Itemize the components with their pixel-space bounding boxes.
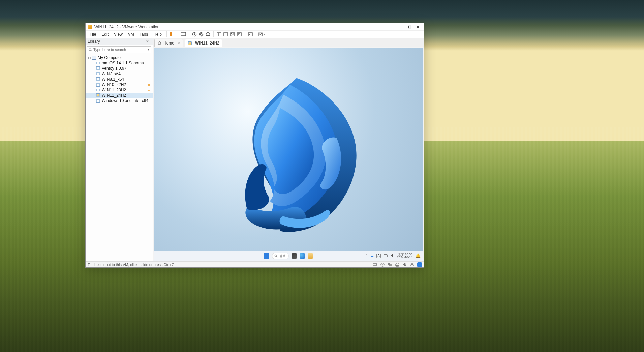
search-dropdown-button[interactable]: ▾ — [146, 48, 151, 51]
home-icon — [157, 41, 161, 45]
search-icon — [87, 48, 93, 52]
guest-taskview-icon[interactable] — [292, 253, 297, 259]
tree-root-my-computer[interactable]: ⊟ My Computer — [86, 55, 153, 60]
chevron-down-icon: ▾ — [264, 33, 265, 36]
tab-close-icon[interactable]: ✕ — [178, 41, 180, 45]
guest-edge-icon[interactable] — [300, 253, 305, 259]
svg-rect-10 — [237, 33, 241, 36]
tab-strip: Home ✕ WIN11_24H2 — [153, 38, 424, 47]
titlebar[interactable]: WIN11_24H2 - VMware Workstation — [86, 23, 424, 31]
svg-point-19 — [382, 264, 383, 265]
svg-point-14 — [275, 255, 277, 257]
snapshot-revert-button[interactable] — [198, 31, 205, 38]
guest-vm-display[interactable]: 검색 ⌃ ☁ A — [154, 48, 423, 261]
show-library-button[interactable] — [216, 31, 222, 38]
content-area: Home ✕ WIN11_24H2 — [153, 38, 424, 261]
library-item[interactable]: WIN7_x64 — [86, 71, 153, 77]
status-cd-icon[interactable] — [380, 263, 385, 267]
unity-button[interactable] — [236, 31, 243, 38]
menu-file[interactable]: File — [87, 31, 99, 37]
library-item[interactable]: WIN11_24H2 — [86, 93, 153, 98]
window-title: WIN11_24H2 - VMware Workstation — [94, 25, 159, 29]
library-panel: Library ✕ ▾ ⊟ My Computer macOS 14.1.1 S… — [86, 38, 153, 261]
status-printer-icon[interactable] — [395, 263, 400, 267]
snapshot-take-button[interactable] — [191, 31, 198, 38]
vm-icon — [96, 83, 100, 87]
svg-point-6 — [208, 35, 209, 36]
guest-start-button[interactable] — [264, 253, 269, 259]
tab-active-vm[interactable]: WIN11_24H2 — [185, 39, 222, 47]
menu-tabs[interactable]: Tabs — [137, 31, 151, 37]
snapshot-manager-button[interactable] — [205, 31, 211, 38]
guest-tray-volume-icon[interactable] — [390, 254, 394, 258]
guest-clock-date: 2024-10-14 — [397, 256, 412, 259]
expand-toggle-icon[interactable]: ⊟ — [87, 56, 92, 60]
statusbar-device-icons — [373, 262, 422, 267]
vm-running-icon — [96, 93, 100, 97]
favorite-star-icon: ★ — [147, 83, 151, 87]
pause-vm-button[interactable]: ▾ — [169, 31, 176, 38]
library-search-input[interactable] — [93, 47, 146, 53]
library-title: Library — [88, 39, 100, 44]
library-tree: ⊟ My Computer macOS 14.1.1 SonomaVentoy … — [86, 54, 153, 261]
tab-home[interactable]: Home ✕ — [154, 39, 183, 47]
menu-edit[interactable]: Edit — [99, 31, 111, 37]
vm-running-icon — [188, 41, 192, 45]
svg-rect-11 — [248, 33, 252, 36]
svg-rect-9 — [231, 33, 235, 36]
library-item[interactable]: macOS 14.1.1 Sonoma — [86, 60, 153, 66]
send-ctrl-alt-del-button[interactable] — [180, 31, 187, 38]
minimize-button[interactable] — [398, 24, 406, 30]
library-close-button[interactable]: ✕ — [144, 39, 151, 44]
status-sound-icon[interactable] — [402, 263, 407, 267]
status-network-icon[interactable] — [388, 263, 392, 267]
fullscreen-button[interactable] — [229, 31, 236, 38]
svg-rect-0 — [409, 26, 411, 28]
stretch-guest-button[interactable]: ▾ — [258, 31, 265, 38]
library-item-label: Ventoy 1.0.97 — [102, 66, 126, 71]
maximize-button[interactable] — [406, 24, 414, 30]
svg-point-5 — [206, 35, 207, 36]
guest-explorer-icon[interactable] — [308, 253, 313, 259]
status-usb-icon[interactable] — [410, 263, 415, 267]
guest-clock[interactable]: 오후 10:30 2024-10-14 — [397, 253, 412, 259]
library-item[interactable]: WIN11_23H2★ — [86, 87, 153, 93]
console-view-button[interactable] — [247, 31, 254, 38]
close-button[interactable] — [414, 24, 422, 30]
computer-icon — [92, 56, 96, 60]
guest-tray-chevron-icon[interactable]: ⌃ — [365, 254, 368, 258]
menu-help[interactable]: Help — [151, 31, 164, 37]
guest-notifications-icon[interactable]: 🔔 — [415, 253, 421, 258]
svg-rect-20 — [388, 263, 390, 265]
library-item[interactable]: WIN8.1_x64 — [86, 77, 153, 82]
status-messages-icon[interactable] — [417, 262, 422, 267]
pause-icon — [170, 32, 172, 36]
svg-rect-1 — [181, 32, 186, 36]
status-harddisk-icon[interactable] — [373, 263, 377, 267]
library-item[interactable]: Ventoy 1.0.97 — [86, 66, 153, 71]
library-item[interactable]: WIN10_22H2★ — [86, 82, 153, 87]
svg-rect-8 — [224, 33, 228, 36]
guest-tray-network-icon[interactable] — [384, 254, 388, 258]
svg-rect-21 — [390, 265, 392, 266]
library-search[interactable]: ▾ — [87, 46, 151, 53]
guest-taskbar[interactable]: 검색 ⌃ ☁ A — [154, 251, 423, 261]
vm-icon — [96, 99, 100, 103]
vm-icon — [96, 72, 100, 76]
guest-tray-onedrive-icon[interactable]: ☁ — [370, 254, 374, 258]
library-header: Library ✕ — [86, 38, 153, 45]
guest-tray-language-icon[interactable]: A — [376, 254, 381, 258]
vm-icon — [96, 88, 100, 92]
tab-home-label: Home — [163, 41, 174, 46]
guest-taskbar-search[interactable]: 검색 — [272, 253, 289, 259]
menu-view[interactable]: View — [111, 31, 125, 37]
show-thumbnail-button[interactable] — [222, 31, 229, 38]
vmware-workstation-window: WIN11_24H2 - VMware Workstation File Edi… — [85, 23, 424, 268]
library-item-label: macOS 14.1.1 Sonoma — [102, 61, 144, 65]
app-icon — [88, 25, 92, 29]
guest-search-label: 검색 — [279, 254, 286, 258]
tab-active-label: WIN11_24H2 — [195, 41, 219, 46]
menu-vm[interactable]: VM — [125, 31, 137, 37]
library-item-label: WIN11_23H2 — [102, 88, 126, 92]
library-item[interactable]: Windows 10 and later x64 — [86, 98, 153, 104]
